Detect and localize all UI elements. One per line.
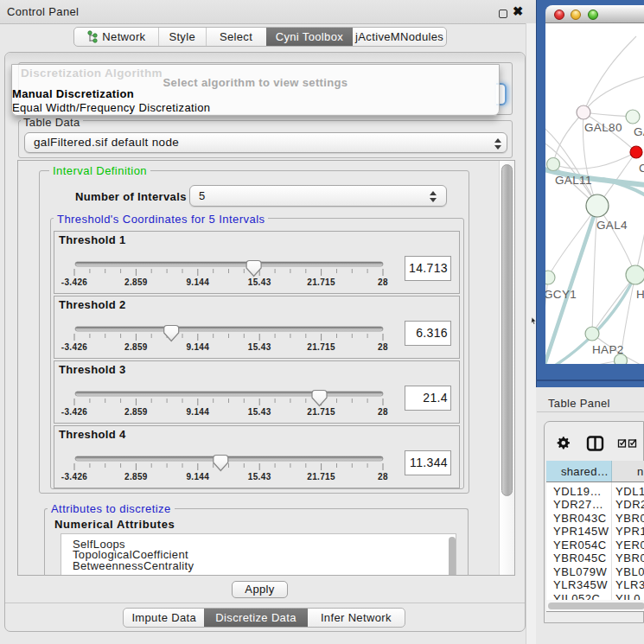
svg-text:15.43: 15.43 [248,277,271,287]
svg-text:GAL80: GAL80 [584,121,622,134]
svg-text:HAP2: HAP2 [592,343,624,356]
svg-text:9.144: 9.144 [186,472,209,481]
svg-text:28: 28 [378,277,388,287]
svg-text:21.715: 21.715 [307,407,335,417]
svg-text:21.715: 21.715 [307,472,335,481]
svg-text:28: 28 [378,472,388,481]
svg-text:2.859: 2.859 [124,472,148,481]
svg-text:C: C [639,162,644,175]
svg-text:2.859: 2.859 [124,342,148,352]
svg-text:-3.426: -3.426 [61,407,88,417]
svg-text:-3.426: -3.426 [61,277,88,287]
svg-text:9.144: 9.144 [186,277,209,287]
svg-text:GAL11: GAL11 [555,174,592,187]
svg-text:GAL4: GAL4 [596,219,628,232]
svg-text:28: 28 [378,342,388,352]
svg-text:2.859: 2.859 [124,277,148,287]
svg-text:21.715: 21.715 [307,277,335,287]
svg-text:15.43: 15.43 [248,407,271,417]
svg-text:H: H [636,288,644,301]
svg-text:GCY1: GCY1 [545,288,577,301]
svg-text:2.859: 2.859 [124,407,148,417]
svg-text:9.144: 9.144 [186,407,209,417]
svg-text:9.144: 9.144 [186,342,209,352]
svg-text:-3.426: -3.426 [61,342,88,352]
svg-text:21.715: 21.715 [307,342,335,352]
svg-text:GA: GA [634,125,644,138]
svg-text:15.43: 15.43 [248,472,271,481]
svg-text:28: 28 [378,407,388,417]
svg-text:-3.426: -3.426 [61,472,88,481]
svg-text:15.43: 15.43 [248,342,271,352]
